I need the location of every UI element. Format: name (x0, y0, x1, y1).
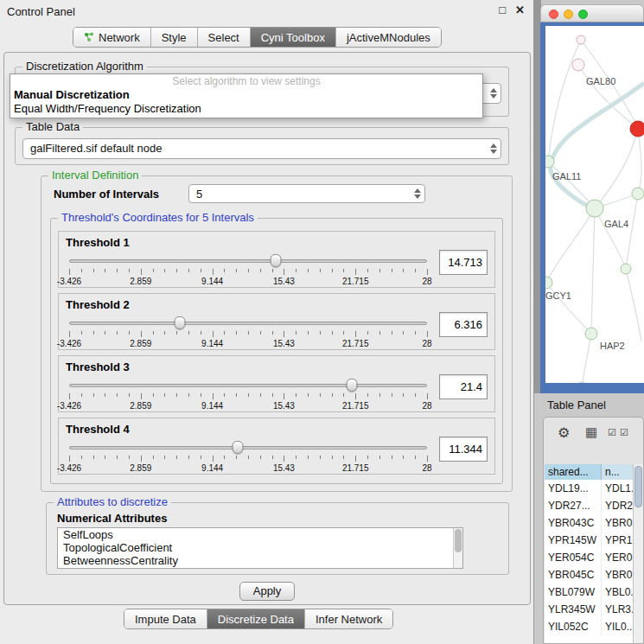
ruler-tick (188, 393, 189, 397)
gear-icon[interactable]: ⚙ (558, 424, 570, 441)
threshold-panel-1: Threshold 1 -3.4262.8599.14415.4321.7152… (58, 231, 495, 288)
ruler-tick (403, 456, 404, 459)
ruler-tick (284, 269, 284, 275)
tab-discretize-data[interactable]: Discretize Data (207, 609, 305, 628)
column-header-shared-name[interactable]: shared... (545, 464, 602, 480)
slider-thumb[interactable] (175, 316, 186, 329)
attribute-list-item[interactable]: SelfLoops (58, 528, 462, 541)
minimize-icon[interactable]: □ (499, 3, 506, 16)
network-window-titlebar[interactable] (540, 4, 644, 22)
threshold-3-slider[interactable]: -3.4262.8599.14415.4321.71528 (69, 377, 427, 411)
table-cell: YIL052C (545, 618, 602, 635)
table-data-combobox[interactable]: galFiltered.sif default node (22, 138, 501, 159)
table-cell: YBR0... (602, 566, 633, 583)
threshold-1-slider[interactable]: -3.4262.8599.14415.4321.71528 (69, 252, 427, 287)
ruler-tick (415, 331, 416, 335)
table-row[interactable]: YLR345WYLR3... (545, 601, 633, 618)
ruler-tick (201, 393, 201, 397)
ruler-tick (379, 393, 380, 397)
tab-infer-network[interactable]: Infer Network (305, 609, 392, 628)
combo-arrows-icon (488, 87, 498, 99)
ruler-tick (129, 269, 130, 272)
close-icon[interactable]: ✕ (515, 3, 525, 16)
network-node[interactable] (585, 328, 597, 340)
network-node[interactable] (545, 156, 554, 168)
close-traffic-light-icon[interactable] (549, 10, 558, 19)
select-all-checkbox-icon[interactable]: ☑ (608, 427, 616, 438)
network-canvas[interactable]: GAL80GAL11GAL4GCY1HAP2 (545, 26, 644, 383)
scrollbar-thumb[interactable] (634, 466, 642, 507)
ruler-tick (308, 269, 309, 272)
network-node[interactable] (621, 264, 631, 274)
threshold-3-value-field[interactable]: 21.4 (439, 374, 488, 399)
table-scrollbar[interactable] (633, 464, 643, 643)
ruler-tick (141, 393, 142, 399)
ruler-tick (296, 269, 296, 272)
slider-thumb[interactable] (232, 441, 243, 454)
ruler-tick (343, 393, 344, 397)
threshold-4-value-field[interactable]: 11.344 (439, 437, 488, 462)
threshold-1-value-field[interactable]: 14.713 (439, 250, 488, 275)
threshold-2-value-field[interactable]: 6.316 (439, 312, 488, 337)
ruler-tick (201, 331, 201, 335)
number-of-intervals-combobox[interactable]: 5 (188, 184, 425, 203)
slider-track[interactable] (69, 384, 427, 387)
ruler-tick (188, 456, 189, 459)
table-row[interactable]: YDR27...YDR2... (545, 497, 633, 514)
ruler-tick (260, 456, 261, 459)
popup-option-equal-width[interactable]: Equal Width/Frequency Discretization (10, 102, 482, 116)
ruler-tick (69, 393, 70, 399)
table-row[interactable]: YBR043CYBR0... (545, 514, 633, 532)
tab-jactivemnodules[interactable]: jActiveMNodules (336, 28, 441, 47)
table-data-group: Table Data galFiltered.sif default node (15, 127, 509, 165)
tab-style[interactable]: Style (151, 28, 198, 47)
table-row[interactable]: YER054CYER0... (545, 549, 633, 566)
table-row[interactable]: YBR045CYBR0... (545, 566, 633, 583)
ruler-tick (117, 393, 118, 397)
attribute-list-item[interactable]: TopologicalCoefficient (58, 541, 462, 554)
tab-network[interactable]: Network (73, 28, 151, 47)
network-node[interactable] (630, 121, 644, 137)
threshold-4-slider[interactable]: -3.4262.8599.14415.4321.71528 (69, 439, 427, 474)
ruler-tick (320, 456, 321, 459)
threshold-2-slider[interactable]: -3.4262.8599.14415.4321.71528 (69, 315, 427, 349)
attribute-list-item[interactable]: BetweennessCentrality (58, 554, 462, 567)
apply-button[interactable]: Apply (239, 582, 295, 601)
table-row[interactable]: YPR145WYPR1... (545, 532, 633, 549)
table-row[interactable]: YIL052CYIL0... (545, 618, 633, 635)
tick-label: -3.426 (57, 463, 81, 473)
slider-thumb[interactable] (347, 379, 358, 392)
table-cell: YER054C (545, 549, 602, 566)
slider-track[interactable] (69, 322, 427, 325)
network-icon (84, 32, 94, 42)
columns-icon[interactable]: ▦ (585, 424, 597, 440)
numerical-attributes-list[interactable]: SelfLoopsTopologicalCoefficientBetweenne… (57, 527, 463, 569)
network-node[interactable] (576, 382, 588, 383)
slider-thumb[interactable] (270, 254, 281, 267)
tab-label: Network (99, 31, 140, 44)
slider-track[interactable] (69, 259, 427, 263)
table-row[interactable]: YDL19...YDL1... (545, 480, 633, 497)
popup-option-manual-discretization[interactable]: Manual Discretization (10, 88, 482, 102)
ruler-tick (176, 456, 177, 459)
zoom-traffic-light-icon[interactable] (578, 10, 588, 19)
list-scrollbar[interactable] (453, 528, 462, 568)
slider-tick-labels: -3.4262.8599.14415.4321.71528 (69, 339, 427, 348)
tab-impute-data[interactable]: Impute Data (124, 609, 207, 628)
column-header-name[interactable]: n... (602, 464, 633, 480)
network-node[interactable] (586, 200, 603, 217)
tab-cyni-toolbox[interactable]: Cyni Toolbox (251, 28, 336, 47)
network-node[interactable] (632, 188, 644, 200)
ruler-tick (272, 393, 273, 397)
table-row[interactable]: YBL079WYBL0... (545, 583, 633, 601)
network-node[interactable] (572, 59, 584, 71)
network-node[interactable] (545, 277, 552, 289)
show-columns-checkbox-icon[interactable]: ☑ (620, 427, 628, 438)
slider-track[interactable] (69, 446, 427, 450)
ruler-tick (355, 331, 356, 337)
scrollbar-thumb[interactable] (455, 529, 462, 552)
network-node[interactable] (577, 35, 585, 44)
tick-label: 21.715 (342, 463, 369, 473)
minimize-traffic-light-icon[interactable] (564, 10, 573, 19)
tab-select[interactable]: Select (198, 28, 251, 47)
